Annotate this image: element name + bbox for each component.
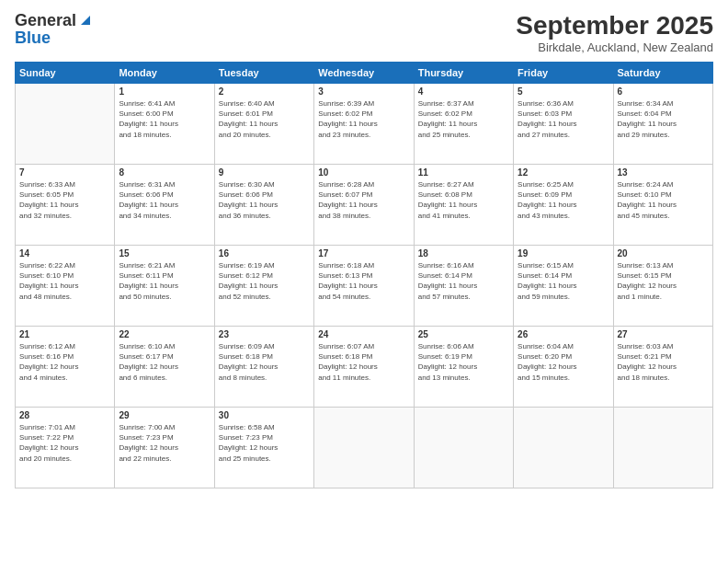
calendar-cell: 23Sunrise: 6:09 AMSunset: 6:18 PMDayligh… xyxy=(214,327,313,408)
month-title: September 2025 xyxy=(516,11,713,40)
day-number: 8 xyxy=(119,167,210,178)
day-number: 27 xyxy=(618,329,709,339)
calendar-cell xyxy=(514,408,613,488)
calendar-cell: 17Sunrise: 6:18 AMSunset: 6:13 PMDayligh… xyxy=(314,246,414,327)
col-monday: Monday xyxy=(115,63,214,84)
day-number: 25 xyxy=(418,329,509,339)
calendar-week-3: 14Sunrise: 6:22 AMSunset: 6:10 PMDayligh… xyxy=(16,246,713,327)
calendar-cell: 21Sunrise: 6:12 AMSunset: 6:16 PMDayligh… xyxy=(16,327,115,408)
calendar-cell: 4Sunrise: 6:37 AMSunset: 6:02 PMDaylight… xyxy=(414,84,513,165)
calendar-cell: 26Sunrise: 6:04 AMSunset: 6:20 PMDayligh… xyxy=(514,327,613,408)
day-info: Sunrise: 6:10 AMSunset: 6:17 PMDaylight:… xyxy=(119,341,210,383)
calendar-cell: 25Sunrise: 6:06 AMSunset: 6:19 PMDayligh… xyxy=(414,327,513,408)
day-info: Sunrise: 6:41 AMSunset: 6:00 PMDaylight:… xyxy=(119,98,210,140)
day-info: Sunrise: 6:34 AMSunset: 6:04 PMDaylight:… xyxy=(618,98,709,140)
calendar-cell: 29Sunrise: 7:00 AMSunset: 7:23 PMDayligh… xyxy=(115,408,214,488)
day-info: Sunrise: 6:25 AMSunset: 6:09 PMDaylight:… xyxy=(518,179,609,221)
col-wednesday: Wednesday xyxy=(314,63,414,84)
day-info: Sunrise: 6:24 AMSunset: 6:10 PMDaylight:… xyxy=(618,179,709,221)
header: General Blue September 2025 Birkdale, Au… xyxy=(15,11,713,54)
svg-marker-0 xyxy=(81,16,90,25)
day-number: 1 xyxy=(119,86,210,97)
day-info: Sunrise: 6:40 AMSunset: 6:01 PMDaylight:… xyxy=(219,98,310,140)
calendar-cell xyxy=(16,84,115,165)
day-info: Sunrise: 6:03 AMSunset: 6:21 PMDaylight:… xyxy=(618,341,709,383)
calendar-cell: 8Sunrise: 6:31 AMSunset: 6:06 PMDaylight… xyxy=(115,165,214,246)
day-number: 16 xyxy=(219,248,310,259)
day-info: Sunrise: 6:04 AMSunset: 6:20 PMDaylight:… xyxy=(518,341,609,383)
day-number: 4 xyxy=(418,86,509,97)
calendar-cell xyxy=(414,408,513,488)
calendar-cell: 11Sunrise: 6:27 AMSunset: 6:08 PMDayligh… xyxy=(414,165,513,246)
day-number: 22 xyxy=(119,329,210,339)
day-info: Sunrise: 6:07 AMSunset: 6:18 PMDaylight:… xyxy=(318,341,409,383)
day-info: Sunrise: 6:19 AMSunset: 6:12 PMDaylight:… xyxy=(219,260,310,302)
logo-blue-text: Blue xyxy=(15,29,51,48)
day-info: Sunrise: 6:16 AMSunset: 6:14 PMDaylight:… xyxy=(418,260,509,302)
day-number: 2 xyxy=(219,86,310,97)
day-number: 7 xyxy=(19,167,110,178)
col-tuesday: Tuesday xyxy=(214,63,313,84)
calendar-week-5: 28Sunrise: 7:01 AMSunset: 7:22 PMDayligh… xyxy=(16,408,713,488)
day-info: Sunrise: 6:37 AMSunset: 6:02 PMDaylight:… xyxy=(418,98,509,140)
calendar-cell: 19Sunrise: 6:15 AMSunset: 6:14 PMDayligh… xyxy=(514,246,613,327)
title-section: September 2025 Birkdale, Auckland, New Z… xyxy=(516,11,713,54)
day-number: 14 xyxy=(19,248,110,259)
day-number: 24 xyxy=(318,329,409,339)
logo: General Blue xyxy=(15,11,92,48)
calendar-cell: 9Sunrise: 6:30 AMSunset: 6:06 PMDaylight… xyxy=(214,165,313,246)
calendar-cell: 7Sunrise: 6:33 AMSunset: 6:05 PMDaylight… xyxy=(16,165,115,246)
calendar-cell: 3Sunrise: 6:39 AMSunset: 6:02 PMDaylight… xyxy=(314,84,414,165)
calendar-week-1: 1Sunrise: 6:41 AMSunset: 6:00 PMDaylight… xyxy=(16,84,713,165)
day-number: 6 xyxy=(618,86,709,97)
day-number: 12 xyxy=(518,167,609,178)
day-info: Sunrise: 7:01 AMSunset: 7:22 PMDaylight:… xyxy=(19,422,110,464)
calendar-cell: 15Sunrise: 6:21 AMSunset: 6:11 PMDayligh… xyxy=(115,246,214,327)
logo-triangle-icon xyxy=(79,14,92,30)
calendar-cell: 18Sunrise: 6:16 AMSunset: 6:14 PMDayligh… xyxy=(414,246,513,327)
calendar-cell: 14Sunrise: 6:22 AMSunset: 6:10 PMDayligh… xyxy=(16,246,115,327)
day-info: Sunrise: 6:39 AMSunset: 6:02 PMDaylight:… xyxy=(318,98,409,140)
header-row: Sunday Monday Tuesday Wednesday Thursday… xyxy=(16,63,713,84)
calendar-cell: 10Sunrise: 6:28 AMSunset: 6:07 PMDayligh… xyxy=(314,165,414,246)
day-number: 10 xyxy=(318,167,409,178)
day-number: 9 xyxy=(219,167,310,178)
day-info: Sunrise: 6:58 AMSunset: 7:23 PMDaylight:… xyxy=(219,422,310,464)
day-info: Sunrise: 6:09 AMSunset: 6:18 PMDaylight:… xyxy=(219,341,310,383)
day-info: Sunrise: 6:21 AMSunset: 6:11 PMDaylight:… xyxy=(119,260,210,302)
calendar-cell: 30Sunrise: 6:58 AMSunset: 7:23 PMDayligh… xyxy=(214,408,313,488)
calendar-cell: 24Sunrise: 6:07 AMSunset: 6:18 PMDayligh… xyxy=(314,327,414,408)
col-sunday: Sunday xyxy=(16,63,115,84)
calendar-cell: 22Sunrise: 6:10 AMSunset: 6:17 PMDayligh… xyxy=(115,327,214,408)
day-number: 5 xyxy=(518,86,609,97)
day-info: Sunrise: 6:22 AMSunset: 6:10 PMDaylight:… xyxy=(19,260,110,302)
day-number: 20 xyxy=(618,248,709,259)
day-info: Sunrise: 6:33 AMSunset: 6:05 PMDaylight:… xyxy=(19,179,110,221)
location: Birkdale, Auckland, New Zealand xyxy=(516,40,713,54)
calendar-cell xyxy=(613,408,712,488)
day-info: Sunrise: 6:13 AMSunset: 6:15 PMDaylight:… xyxy=(618,260,709,302)
day-info: Sunrise: 7:00 AMSunset: 7:23 PMDaylight:… xyxy=(119,422,210,464)
day-number: 17 xyxy=(318,248,409,259)
day-info: Sunrise: 6:27 AMSunset: 6:08 PMDaylight:… xyxy=(418,179,509,221)
col-thursday: Thursday xyxy=(414,63,513,84)
day-number: 29 xyxy=(119,410,210,420)
calendar-cell: 28Sunrise: 7:01 AMSunset: 7:22 PMDayligh… xyxy=(16,408,115,488)
calendar-table: Sunday Monday Tuesday Wednesday Thursday… xyxy=(15,62,713,488)
calendar-cell: 6Sunrise: 6:34 AMSunset: 6:04 PMDaylight… xyxy=(613,84,712,165)
day-info: Sunrise: 6:31 AMSunset: 6:06 PMDaylight:… xyxy=(119,179,210,221)
day-info: Sunrise: 6:18 AMSunset: 6:13 PMDaylight:… xyxy=(318,260,409,302)
day-number: 21 xyxy=(19,329,110,339)
day-info: Sunrise: 6:12 AMSunset: 6:16 PMDaylight:… xyxy=(19,341,110,383)
day-info: Sunrise: 6:36 AMSunset: 6:03 PMDaylight:… xyxy=(518,98,609,140)
day-info: Sunrise: 6:28 AMSunset: 6:07 PMDaylight:… xyxy=(318,179,409,221)
page: General Blue September 2025 Birkdale, Au… xyxy=(0,0,728,563)
day-number: 11 xyxy=(418,167,509,178)
col-saturday: Saturday xyxy=(613,63,712,84)
calendar-cell: 13Sunrise: 6:24 AMSunset: 6:10 PMDayligh… xyxy=(613,165,712,246)
day-info: Sunrise: 6:30 AMSunset: 6:06 PMDaylight:… xyxy=(219,179,310,221)
day-info: Sunrise: 6:06 AMSunset: 6:19 PMDaylight:… xyxy=(418,341,509,383)
day-number: 18 xyxy=(418,248,509,259)
day-number: 3 xyxy=(318,86,409,97)
day-number: 30 xyxy=(219,410,310,420)
